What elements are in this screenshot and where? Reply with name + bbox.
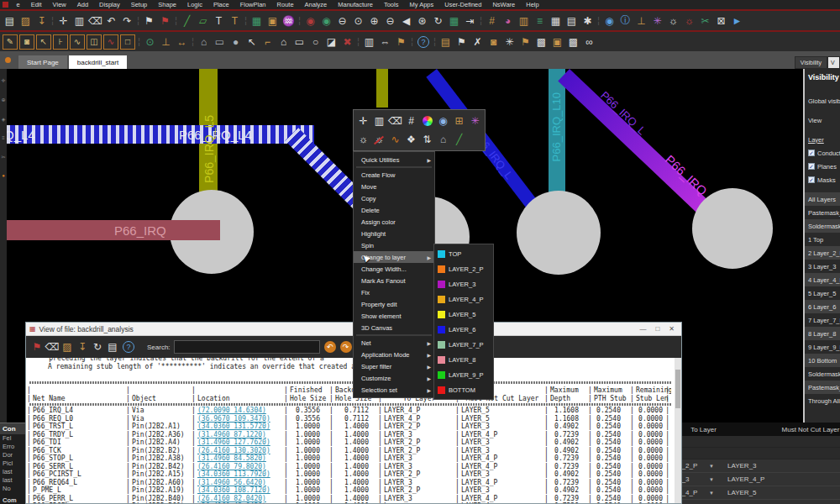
add-polygon-icon[interactable]: ⌂	[196, 34, 212, 50]
menu-super-filter[interactable]: Super filter ▶	[354, 360, 434, 372]
close-button[interactable]: ✕	[669, 325, 675, 333]
menu-customize[interactable]: Customize ▶	[354, 372, 434, 384]
all-layers-row[interactable]: All Layers	[805, 192, 840, 206]
separator[interactable]: ¦	[478, 13, 484, 29]
submenu-layer-7p[interactable]: LAYER_7_P	[434, 337, 493, 352]
location-link[interactable]: (31.4960 84.5820)	[197, 454, 266, 462]
submenu-layer-3[interactable]: LAYER_3	[434, 276, 493, 291]
help-icon[interactable]: ?	[417, 36, 429, 48]
strip-marker-icon[interactable]: ●	[2, 173, 5, 178]
zoom-points-icon[interactable]: ◉	[318, 13, 334, 29]
location-link[interactable]: (34.0360 113.7920)	[197, 470, 270, 478]
separator[interactable]: ¦	[297, 13, 302, 29]
artwork-icon[interactable]: ✳	[649, 13, 665, 29]
help-icon[interactable]: ?	[123, 341, 134, 353]
unpin-icon[interactable]: ⚑	[157, 13, 173, 29]
location-link[interactable]: (34.0360 108.7120)	[197, 486, 270, 494]
report-icon[interactable]: ▤	[564, 13, 580, 29]
save-icon[interactable]: ↧	[75, 339, 90, 354]
tab-backdrill-start[interactable]: backdrill_start	[69, 55, 127, 69]
scrollbar[interactable]	[675, 358, 681, 503]
layer-5-row[interactable]: 5 Layer_5	[805, 286, 840, 300]
menu-item[interactable]: Add	[71, 1, 93, 8]
pin-icon[interactable]: ⚑	[141, 13, 157, 29]
menu-divider[interactable]	[356, 166, 432, 168]
add-connect-icon[interactable]: ╱	[179, 13, 195, 29]
rings-pattern-icon[interactable]: ∞	[581, 34, 597, 50]
masks-row[interactable]: ✓ Masks	[805, 173, 840, 186]
shadow-icon[interactable]: ☼	[356, 133, 370, 147]
parameter-editor-icon[interactable]: ✱	[580, 13, 596, 29]
strip-cut-icon[interactable]: ✂	[1, 154, 5, 160]
chevron-down-icon[interactable]: ▼	[709, 491, 714, 496]
planes-row[interactable]: ✓ Planes	[805, 160, 840, 173]
add-rectangle-icon[interactable]: ▭	[212, 34, 228, 50]
export-window-icon[interactable]: ◫	[87, 34, 102, 50]
shadow-off-icon[interactable]: ☼	[372, 133, 386, 147]
tab-partial[interactable]: V	[827, 56, 840, 69]
top-layer-row[interactable]: 1 Top	[805, 233, 840, 246]
zoom-out-icon[interactable]: ⊖	[382, 13, 398, 29]
menu-move[interactable]: Move	[354, 181, 434, 192]
separator[interactable]: ¦	[596, 13, 601, 29]
pastemask-b-row[interactable]: Pastemask_B	[805, 381, 840, 394]
macro-record-icon[interactable]: ◙	[19, 34, 34, 50]
route-icon[interactable]: ∿	[388, 133, 402, 147]
location-link[interactable]: (34.0360 131.5720)	[197, 423, 270, 430]
menu-item[interactable]: Shape	[153, 1, 182, 8]
menu-item[interactable]: Edit	[25, 1, 47, 8]
checkbox[interactable]: ✓	[808, 150, 815, 156]
menu-assign-color[interactable]: Assign color	[354, 216, 434, 228]
menu-item[interactable]: Analyze	[299, 1, 333, 8]
search-input[interactable]	[174, 340, 320, 354]
flip-design-icon[interactable]: ⇥	[462, 13, 478, 29]
trash-icon[interactable]: ⌫	[45, 339, 60, 354]
film-export-icon[interactable]: ▤	[438, 34, 454, 50]
stretch-icon[interactable]: ⇔	[377, 34, 393, 50]
menu-divider[interactable]	[356, 334, 432, 336]
separator[interactable]: ¦	[190, 34, 196, 50]
strip-layers-icon[interactable]: ≡	[2, 135, 5, 140]
menu-show-element[interactable]: Show element	[354, 310, 434, 322]
cutting-plane-icon[interactable]: ✂	[697, 13, 713, 29]
pastemask-t-row[interactable]: Pastemask_T	[805, 206, 840, 219]
signal-analysis-icon[interactable]: ∿	[103, 34, 118, 50]
menu-item[interactable]: FlowPlan	[234, 1, 271, 8]
separator[interactable]: ¦	[432, 34, 438, 50]
submenu-layer-9p[interactable]: LAYER_9_P	[434, 367, 493, 382]
color-dialog-icon[interactable]: ◕	[500, 13, 516, 29]
layer-2p-row[interactable]: 2 Layer_2_P	[805, 246, 840, 260]
chip-view-icon[interactable]: ▣	[549, 34, 565, 50]
layer-header-row[interactable]: Layer	[805, 133, 840, 146]
menu-application-mode[interactable]: Application Mode ▶	[354, 349, 434, 360]
eye-icon[interactable]: ◉	[436, 114, 450, 129]
menu-item[interactable]: Logic	[181, 1, 207, 8]
shadow-off-icon[interactable]: ☼	[681, 13, 697, 29]
location-link[interactable]: (26.4160 43.9420)	[197, 502, 266, 503]
zoom-in-icon[interactable]: ⊕	[366, 13, 382, 29]
redo-icon[interactable]: ↷	[119, 13, 135, 29]
menu-create-flow[interactable]: Create Flow	[354, 169, 434, 181]
mnc-layer-select[interactable]: LAYER_3	[721, 459, 840, 472]
location-link[interactable]: (31.4960 56.6420)	[197, 479, 266, 486]
mnc-layer-select[interactable]: LAYER_8	[721, 500, 840, 504]
menu-item[interactable]: Help	[521, 1, 544, 8]
layer-3-row[interactable]: 3 Layer_3	[805, 260, 840, 273]
fanout-icon[interactable]: ♒	[281, 13, 297, 29]
submenu-layer-8[interactable]: LAYER_8	[434, 352, 493, 367]
separator[interactable]: ¦	[173, 13, 179, 29]
refresh-icon[interactable]: ↻	[90, 339, 105, 354]
logic-flag-icon[interactable]: ⊦	[53, 34, 68, 50]
color-wheel-icon[interactable]	[420, 114, 434, 129]
submenu-layer-4p[interactable]: LAYER_4_P	[434, 291, 493, 307]
tab-start-page[interactable]: Start Page	[18, 55, 67, 69]
submenu-bottom[interactable]: BOTTOM	[434, 382, 493, 397]
minimize-button[interactable]: —	[639, 325, 646, 333]
menu-highlight[interactable]: Highlight	[354, 228, 434, 239]
soldermask-b-row[interactable]: Soldermask_B	[805, 367, 840, 381]
separator[interactable]: ¦	[50, 13, 55, 29]
shape-pentagon-icon[interactable]: ⌂	[276, 34, 291, 50]
view-row[interactable]: View	[805, 113, 840, 127]
add-text-icon[interactable]: T	[211, 13, 227, 29]
tab-visibility[interactable]: Visibility	[795, 56, 827, 69]
